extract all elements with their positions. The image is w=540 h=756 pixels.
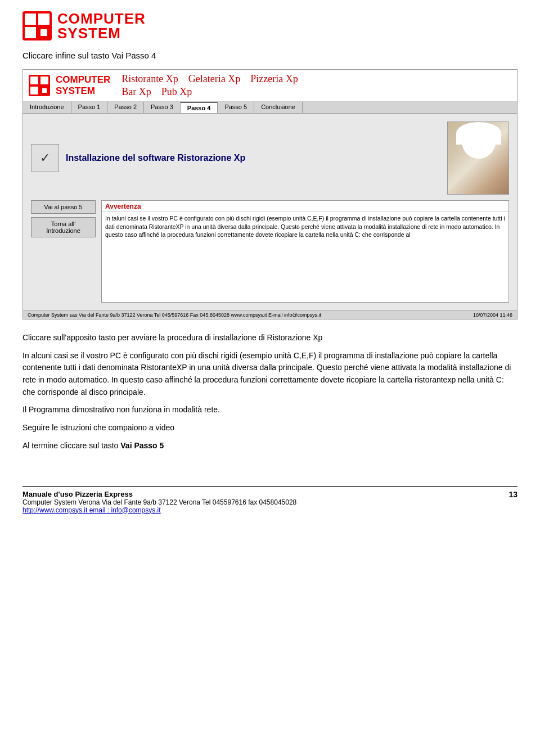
ss-middle-row: Vai al passo 5 Torna all' Introduzione A… <box>31 200 509 303</box>
ss-title-row: ✓ Installazione del software Ristorazion… <box>31 122 509 195</box>
ss-checkmark-icon: ✓ <box>31 144 59 172</box>
ss-nav-passo4[interactable]: Passo 4 <box>181 102 218 113</box>
ss-main-title: Installazione del software Ristorazione … <box>66 153 440 163</box>
svg-rect-1 <box>25 14 36 25</box>
company-logo-icon <box>22 11 52 40</box>
ss-cursive-gelateria: Gelateria Xp <box>188 73 240 85</box>
ss-buttons-panel: Vai al passo 5 Torna all' Introduzione <box>31 200 96 303</box>
ss-nav-passo5[interactable]: Passo 5 <box>218 102 254 113</box>
ss-header: COMPUTER SYSTEM Ristorante Xp Gelateria … <box>23 70 517 102</box>
ss-cursive-pizzeria: Pizzeria Xp <box>250 73 298 85</box>
footer-web-line: http://www.compsys.it email : info@comps… <box>22 506 518 514</box>
body-para-4: Seguire le istruzioni che compaiono a vi… <box>22 422 518 434</box>
ss-content-area: ✓ Installazione del software Ristorazion… <box>23 114 517 310</box>
ss-footer-right: 10/07/2004 11:46 <box>473 312 512 318</box>
ss-nav-passo3[interactable]: Passo 3 <box>144 102 181 113</box>
page-number: 13 <box>508 490 518 499</box>
svg-rect-5 <box>40 29 47 36</box>
svg-rect-7 <box>30 76 38 84</box>
body-para-5-prefix: Al termine cliccare sul tasto <box>22 441 120 450</box>
ss-cursive-pub: Pub Xp <box>161 86 192 98</box>
ss-warning-box: Avvertenza In taluni casi se il vostro P… <box>101 200 509 303</box>
ss-chef-photo <box>447 122 509 195</box>
footer-bold-line: Manuale d'uso Pizzeria Express <box>22 490 518 498</box>
instruction-1: Cliccare infine sul tasto Vai Passo 4 <box>22 51 518 60</box>
ss-footer-bar: Computer System sas Via del Fante 9a/b 3… <box>23 310 517 319</box>
ss-cursive-menu: Ristorante Xp Gelateria Xp Pizzeria Xp B… <box>122 73 298 98</box>
ss-nav-passo1[interactable]: Passo 1 <box>71 102 108 113</box>
ss-footer-left: Computer System sas Via del Fante 9a/b 3… <box>28 312 321 318</box>
svg-rect-3 <box>25 27 36 38</box>
ss-logo-computer: COMPUTER <box>56 74 110 86</box>
page-footer: 13 Manuale d'uso Pizzeria Express Comput… <box>22 486 518 514</box>
body-para-3: Il Programma dimostrativo non funziona i… <box>22 404 518 416</box>
ss-cursive-ristorante: Ristorante Xp <box>122 73 178 85</box>
company-name: COMPUTER SYSTEM <box>57 11 146 40</box>
ss-nav-conclusione[interactable]: Conclusione <box>254 102 303 113</box>
svg-rect-2 <box>38 14 50 25</box>
body-para-5-bold: Vai Passo 5 <box>120 441 164 450</box>
footer-address-line: Computer System Verona Via del Fante 9a/… <box>22 498 518 506</box>
ss-nav-introduzione[interactable]: Introduzione <box>23 102 71 113</box>
body-para-1: Cliccare sull'apposito tasto per avviare… <box>22 332 518 344</box>
ss-vai-passo5-button[interactable]: Vai al passo 5 <box>31 200 96 214</box>
ss-nav-passo2[interactable]: Passo 2 <box>107 102 144 113</box>
svg-rect-11 <box>42 88 47 93</box>
page-header: COMPUTER SYSTEM <box>22 11 518 40</box>
ss-cursive-row-2: Bar Xp Pub Xp <box>122 86 298 98</box>
svg-rect-8 <box>40 76 48 84</box>
ss-cursive-bar: Bar Xp <box>122 86 151 98</box>
ss-logo-system: SYSTEM <box>56 86 110 97</box>
screenshot-box: COMPUTER SYSTEM Ristorante Xp Gelateria … <box>22 69 518 320</box>
body-para-2: In alcuni casi se il vostro PC è configu… <box>22 350 518 399</box>
ss-nav-bar: Introduzione Passo 1 Passo 2 Passo 3 Pas… <box>23 102 517 114</box>
ss-warning-title: Avvertenza <box>102 201 508 212</box>
body-para-5: Al termine cliccare sul tasto Vai Passo … <box>22 440 518 452</box>
ss-logo-icon <box>29 75 50 96</box>
ss-inner-logo-text: COMPUTER SYSTEM <box>56 74 110 97</box>
ss-torna-intro-button[interactable]: Torna all' Introduzione <box>31 217 96 237</box>
ss-warning-text: In taluni casi se il vostro PC è configu… <box>102 212 508 302</box>
logo-system-text: SYSTEM <box>57 26 146 40</box>
svg-rect-9 <box>30 87 38 94</box>
logo-computer-text: COMPUTER <box>57 11 146 26</box>
ss-cursive-row-1: Ristorante Xp Gelateria Xp Pizzeria Xp <box>122 73 298 85</box>
